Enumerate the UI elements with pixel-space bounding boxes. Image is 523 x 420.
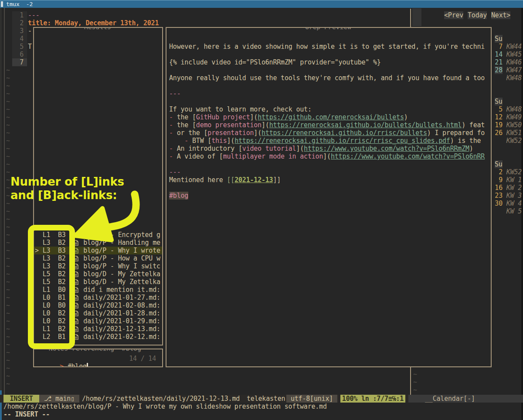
- window-title: tmux -2: [6, 1, 33, 8]
- scrollbar-track[interactable]: [0, 8, 2, 420]
- result-row[interactable]: L5 B2 blog/D - My Zettelka: [34, 278, 163, 286]
- link-url[interactable]: https://github.com/renerocksai/bullets: [258, 113, 404, 121]
- prompt-row[interactable]: > #blog: [37, 355, 88, 367]
- selection-caret: >: [35, 247, 43, 254]
- calendar-day[interactable]: 7: [495, 43, 503, 51]
- file-icon: [73, 279, 79, 285]
- spacer: [503, 137, 506, 145]
- calendar-nav-today[interactable]: Today: [468, 11, 487, 19]
- spacer: [503, 129, 506, 137]
- calendar-day-header: Su: [495, 160, 503, 168]
- calendar-week-row: 28 KW47: [495, 66, 522, 74]
- text-span: or the [: [177, 129, 208, 137]
- empty-line-tilde: ~: [6, 262, 10, 270]
- line-number: 7: [12, 58, 24, 66]
- calendar-nav-prev[interactable]: <Prev: [444, 11, 463, 19]
- backlinks-count: B2: [58, 270, 66, 278]
- result-row[interactable]: L1 B3 blog/P - Encrypted g: [34, 231, 163, 239]
- result-row[interactable]: L0 B1 daily/2021-01-27.md:: [34, 294, 163, 301]
- links-count: L5: [43, 270, 51, 278]
- file-icon: [73, 240, 79, 246]
- calendar-day[interactable]: 16: [495, 184, 503, 192]
- calendar-day[interactable]: 5: [495, 105, 503, 113]
- result-row[interactable]: L3 B2 blog/P - How a CPU w: [34, 254, 163, 262]
- spacer: [50, 317, 58, 325]
- text-span: ): [469, 145, 473, 152]
- preview-line: - or the [presentation](https://renerock…: [169, 129, 485, 137]
- result-row[interactable]: L2 B1 daily/2021-02-12.md:: [34, 333, 163, 341]
- week-number: KW52: [506, 168, 522, 176]
- result-text: blog/P - Handling me: [79, 239, 160, 247]
- result-row[interactable]: L0 B0 daily/2021-02-08.md:: [34, 301, 163, 309]
- calendar-day[interactable]: 9: [495, 176, 503, 184]
- line-number: 4: [12, 35, 24, 43]
- git-branch-label: main: [55, 395, 71, 403]
- calendar-day[interactable]: 21: [495, 58, 503, 66]
- week-number: KW44: [506, 43, 522, 51]
- text-span: BTW [: [192, 137, 211, 145]
- file-icon: [73, 247, 79, 254]
- spacer: [66, 262, 74, 270]
- result-row[interactable]: L3 B2 blog/P - Why I switc: [34, 262, 163, 270]
- calendar-statusline: __Calendar[-]: [408, 395, 523, 403]
- window-titlebar: tmux -2: [0, 0, 523, 8]
- prompt-input[interactable]: #blog: [68, 362, 87, 367]
- file-icon: [73, 232, 79, 238]
- calendar-day[interactable]: 28: [495, 66, 503, 74]
- calendar-day[interactable]: 14: [495, 51, 503, 58]
- link-url[interactable]: https://www.youtube.com/watch?v=PSlo6nRR…: [304, 145, 469, 152]
- selection-caret: [35, 239, 43, 247]
- text-span: ) I prepared fo: [427, 129, 485, 137]
- result-text: daily/2021-01-27.md:: [79, 294, 160, 301]
- calendar-day[interactable]: 2: [495, 168, 503, 176]
- calendar-day[interactable]: 12: [495, 113, 503, 121]
- preview-line: {% include video id="PSlo6nRRmZM" provid…: [169, 58, 381, 66]
- backlinks-count: B2: [58, 239, 66, 247]
- spacer: [50, 231, 58, 239]
- calendar-nav-next[interactable]: Next>: [491, 11, 510, 19]
- git-branch-segment: ⎇ main▯: [39, 395, 79, 403]
- window-grip-icon: [1, 1, 3, 7]
- empty-line-tilde: ~: [6, 215, 10, 223]
- empty-line-tilde: ~: [6, 325, 10, 333]
- empty-line-tilde: ~: [6, 356, 10, 364]
- calendar-week-row: 2 KW52: [495, 168, 522, 176]
- result-row[interactable]: L0 B2 daily/2021-01-28.md:: [34, 309, 163, 317]
- result-row[interactable]: > L3 B3 blog/P - Why I wrote: [34, 247, 163, 254]
- selection-caret: [35, 262, 43, 270]
- backlinks-count: B2: [58, 317, 66, 325]
- empty-line-tilde: ~: [6, 98, 10, 105]
- spacer: [503, 51, 506, 58]
- result-row[interactable]: L1 B2 daily/2021-12-13.md:: [34, 325, 163, 333]
- result-row[interactable]: L1 B0 did i mention it.md:: [34, 286, 163, 294]
- spacer: [503, 105, 506, 113]
- text-span: ](: [254, 129, 262, 137]
- link-url[interactable]: https://renerocksai.github.io/rrisc/bull…: [262, 129, 427, 137]
- result-row[interactable]: L3 B2 blog/P - Handling me: [34, 239, 163, 247]
- calendar-week-row: 12 KW49: [495, 113, 522, 121]
- link-url[interactable]: https://renerocksai.github.io/bullets/bu…: [269, 121, 462, 129]
- empty-line-tilde: ~: [6, 168, 10, 176]
- week-number: KW 5: [506, 207, 522, 215]
- calendar-day[interactable]: 19: [495, 121, 503, 129]
- spacer: [66, 309, 74, 317]
- week-number: KW48: [506, 105, 522, 113]
- calendar-day[interactable]: 23: [495, 192, 503, 200]
- preview-line: #blog: [169, 192, 188, 200]
- spacer: [50, 278, 58, 286]
- selection-caret: [35, 286, 43, 294]
- link-url[interactable]: https://www.youtube.com/watch?v=PSlo6nRR: [331, 152, 485, 160]
- week-number: KW 1: [506, 176, 522, 184]
- selection-caret: [35, 301, 43, 309]
- calendar-day[interactable]: 26: [495, 129, 503, 137]
- result-text: blog/P - Why I wrote: [79, 247, 160, 254]
- result-row[interactable]: L0 B2 daily/2021-01-29.md:: [34, 317, 163, 325]
- result-text: blog/D - My Zettelka: [79, 270, 160, 278]
- calendar-day[interactable]: 30: [495, 200, 503, 207]
- link-url[interactable]: https://renerocksai.github.io/rrisc/rris…: [234, 137, 450, 145]
- text-span: If you want to learn more, check out:: [169, 105, 312, 113]
- result-row[interactable]: L5 B2 blog/D - My Zettelka: [34, 270, 163, 278]
- backlinks-count: B1: [58, 294, 66, 301]
- text-span: ](: [262, 121, 269, 129]
- empty-line-tilde: ~: [6, 309, 10, 317]
